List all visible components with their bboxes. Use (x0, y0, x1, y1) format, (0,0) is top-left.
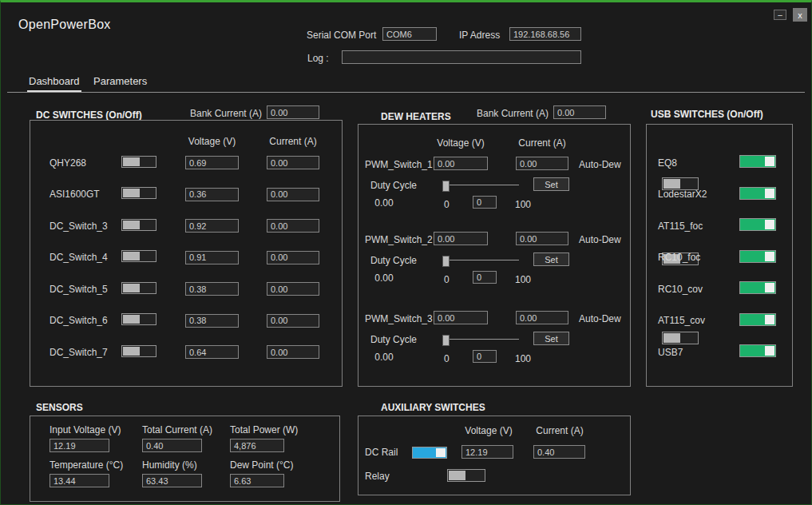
dc-switch-toggle[interactable] (121, 219, 156, 231)
dc-voltage-field: 0.38 (185, 314, 239, 328)
duty-cycle-slider[interactable] (442, 180, 519, 191)
dc-switch-toggle[interactable] (121, 282, 156, 294)
sensor-cell: Dew Point (°C) 6.63 (230, 459, 342, 487)
app-title: OpenPowerBox (18, 17, 111, 33)
log-input[interactable] (342, 50, 581, 64)
close-button[interactable]: x (793, 8, 807, 22)
dc-switch-label: DC_Switch_7 (50, 347, 121, 358)
usb-switch-row: AT115_cov (647, 305, 792, 337)
sensor-label: Input Voltage (V) (50, 424, 142, 435)
pwm-label: PWM_Switch_3 (365, 313, 433, 324)
dc-switch-toggle[interactable] (121, 250, 156, 262)
dc-switch-toggle[interactable] (121, 313, 156, 325)
usb-switches-title: USB SWITCHES (On/Off) (651, 109, 763, 120)
serial-com-input[interactable] (382, 27, 437, 41)
sensors-group: Input Voltage (V) 12.19 Total Current (A… (30, 416, 340, 502)
column-header-current: Current (A) (267, 136, 319, 147)
duty-input[interactable] (473, 271, 497, 284)
range-min-label: 0 (444, 274, 450, 285)
sensor-label: Temperature (°C) (50, 459, 142, 471)
pwm-label: PWM_Switch_2 (365, 234, 433, 245)
duty-cycle-label: Duty Cycle (370, 180, 417, 191)
usb-switch-toggle[interactable] (739, 250, 776, 263)
duty-cycle-label: Duty Cycle (370, 334, 417, 345)
dc-switch-row: DC_Switch_4 0.91 0.00 (30, 242, 342, 274)
dc-current-field: 0.00 (267, 156, 319, 169)
usb-switches-group: EQ8 LodestarX2 AT115_foc RC10_foc RC10_c… (646, 124, 793, 387)
column-header-current: Current (A) (533, 425, 586, 436)
dc-current-field: 0.00 (267, 282, 319, 296)
dc-switch-toggle[interactable] (121, 156, 156, 168)
usb-switch-toggle[interactable] (739, 313, 776, 326)
pwm-channel: PWM_Switch_3 0.00 0.00 Auto-Dew Duty Cyc… (358, 311, 630, 368)
dc-rail-voltage-field: 12.19 (461, 445, 513, 459)
set-button[interactable]: Set (533, 332, 569, 345)
dc-current-field: 0.00 (267, 314, 319, 328)
dc-current-field: 0.00 (267, 188, 319, 201)
usb-switch-label: LodestarX2 (658, 189, 739, 200)
minimize-button[interactable]: – (774, 10, 786, 20)
range-min-label: 0 (444, 353, 450, 364)
duty-cycle-label: Duty Cycle (370, 255, 417, 266)
usb-switch-row: LodestarX2 (647, 179, 792, 211)
usb-switch-row: USB7 (647, 336, 792, 368)
sensor-cell: Input Voltage (V) 12.19 (50, 424, 142, 452)
sensors-title: SENSORS (36, 402, 83, 413)
sensor-value-field: 4,876 (230, 439, 284, 452)
column-header-voltage: Voltage (V) (434, 137, 488, 149)
usb-switch-toggle[interactable] (739, 281, 776, 294)
usb-switch-label: EQ8 (658, 157, 739, 169)
usb-switch-toggle[interactable] (739, 155, 776, 168)
pwm-voltage-field: 0.00 (434, 232, 488, 245)
usb-switch-label: AT115_foc (658, 221, 739, 232)
duty-cycle-slider[interactable] (442, 334, 519, 345)
sensor-label: Humidity (%) (142, 459, 230, 471)
dc-switch-toggle[interactable] (121, 187, 156, 199)
auto-dew-label: Auto-Dew (579, 234, 621, 245)
pwm-voltage-field: 0.00 (434, 157, 488, 170)
auto-dew-label: Auto-Dew (579, 313, 621, 324)
dc-switch-label: DC_Switch_5 (50, 284, 121, 295)
dc-rail-label: DC Rail (365, 447, 398, 458)
pwm-current-field: 0.00 (516, 311, 568, 324)
relay-toggle[interactable] (447, 469, 485, 482)
dc-switches-header: Voltage (V) Current (A) (30, 135, 342, 147)
dew-heaters-title: DEW HEATERS (381, 111, 451, 122)
dc-bank-current-field: 0.00 (267, 105, 319, 119)
usb-switch-toggle[interactable] (739, 218, 776, 231)
pwm-current-field: 0.00 (516, 232, 568, 245)
set-button[interactable]: Set (533, 252, 569, 266)
dc-voltage-field: 0.36 (185, 188, 239, 201)
sensor-cell: Total Power (W) 4,876 (230, 424, 342, 452)
tab-dashboard[interactable]: Dashboard (27, 75, 81, 92)
sensor-value-field: 0.40 (142, 439, 202, 452)
usb-switch-row: AT115_foc (647, 210, 792, 242)
set-button[interactable]: Set (533, 177, 569, 191)
duty-cycle-slider[interactable] (442, 255, 519, 266)
dc-switch-row: QHY268 0.69 0.00 (30, 147, 342, 179)
usb-switch-toggle[interactable] (739, 344, 776, 357)
tab-parameters[interactable]: Parameters (92, 75, 149, 90)
sensor-cell: Total Current (A) 0.40 (142, 424, 230, 452)
dc-current-field: 0.00 (267, 251, 319, 264)
duty-input[interactable] (473, 196, 497, 209)
dc-switch-label: QHY268 (50, 157, 121, 169)
dc-rail-toggle[interactable] (412, 447, 447, 459)
duty-input[interactable] (473, 350, 497, 363)
dc-switches-title: DC SWITCHES (On/Off) (36, 109, 142, 121)
ip-address-input[interactable] (509, 27, 581, 41)
sensor-cell: Humidity (%) 63.43 (142, 459, 230, 487)
auto-dew-label: Auto-Dew (579, 159, 621, 170)
sensor-value-field: 12.19 (50, 439, 109, 452)
pwm-current-field: 0.00 (516, 157, 568, 170)
dc-voltage-field: 0.38 (185, 282, 239, 296)
usb-switch-toggle[interactable] (739, 187, 776, 200)
dc-switch-row: ASI1600GT 0.36 0.00 (30, 179, 342, 211)
sensor-value-field: 63.43 (142, 474, 202, 487)
sensor-label: Total Power (W) (230, 424, 342, 435)
dc-switch-toggle[interactable] (121, 345, 156, 357)
pwm-voltage-field: 0.00 (434, 311, 488, 324)
column-header-voltage: Voltage (V) (461, 425, 516, 436)
usb-switch-row: RC10_foc (647, 242, 792, 274)
usb-switch-row: RC10_cov (647, 273, 792, 305)
